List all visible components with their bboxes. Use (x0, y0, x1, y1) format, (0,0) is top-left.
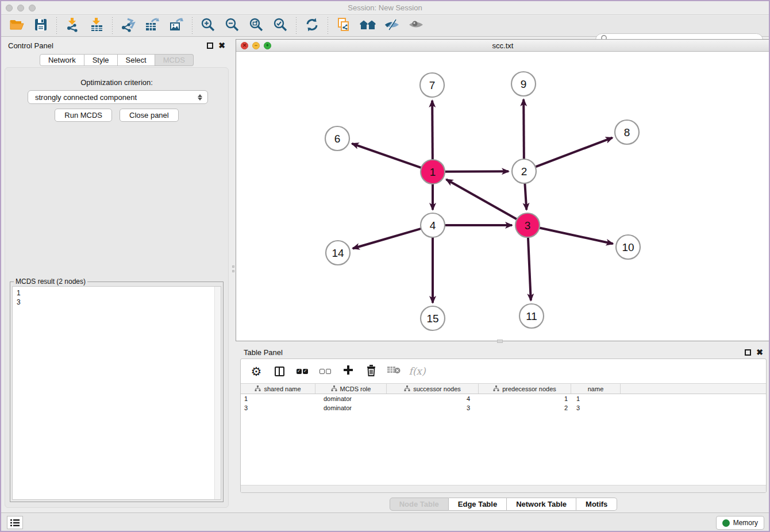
stepper-icon (194, 91, 206, 103)
result-scrollbar[interactable] (214, 287, 221, 499)
application-window: Session: New Session (0, 0, 770, 532)
selected-criterion: strongly connected component (35, 93, 194, 102)
show-all-button[interactable] (406, 17, 426, 35)
gear-icon: ⚙ (251, 365, 262, 377)
duplicate-network-button[interactable] (334, 17, 353, 35)
export-table-icon (145, 17, 160, 34)
tab-select[interactable]: Select (118, 54, 155, 66)
column-header-name[interactable]: name (571, 384, 621, 394)
network-canvas[interactable]: 7968124314101511 (236, 52, 769, 341)
zoom-selected-icon (273, 17, 288, 34)
main-toolbar (1, 16, 769, 37)
zoom-in-button[interactable] (198, 17, 218, 35)
graph-edge-1-7[interactable] (432, 101, 433, 160)
delete-table-button[interactable] (387, 364, 402, 379)
tab-style[interactable]: Style (84, 54, 118, 66)
tab-edge-table[interactable]: Edge Table (449, 498, 507, 511)
network-window-titlebar[interactable]: ✕ − + scc.txt (236, 40, 769, 52)
table-row[interactable]: 3 dominator 3 2 3 (241, 403, 766, 413)
mcds-result-box: MCDS result (2 nodes) 1 3 (10, 282, 224, 502)
graph-node-label-4: 4 (430, 219, 436, 232)
houses-icon (359, 17, 376, 34)
float-table-panel-icon[interactable] (745, 349, 751, 356)
graph-edge-1-2[interactable] (444, 171, 509, 172)
close-panel-button[interactable]: Close panel (120, 109, 179, 122)
vertical-splitter-handle[interactable] (232, 265, 235, 278)
add-column-button[interactable] (341, 364, 356, 379)
graph-edge-2-9[interactable] (523, 99, 524, 160)
graph-edge-4-14[interactable] (353, 229, 422, 249)
table-panel: Table Panel ✖ ⚙ f(x) (236, 344, 770, 512)
import-network-button[interactable] (63, 17, 82, 35)
export-network-button[interactable] (118, 17, 138, 35)
export-image-button[interactable] (167, 17, 186, 35)
task-history-button[interactable] (7, 516, 23, 529)
network-file-title: scc.txt (236, 41, 769, 50)
horizontal-splitter-handle[interactable] (497, 340, 503, 343)
import-network-icon (65, 17, 80, 34)
float-panel-icon[interactable] (207, 43, 213, 49)
memory-label: Memory (733, 519, 758, 527)
control-panel: Control Panel ✖ Network Style Select MCD… (1, 37, 232, 512)
graph-node-label-2: 2 (521, 165, 528, 178)
node-table: ⚙ f(x) shared name (240, 358, 767, 493)
optimization-criterion-select[interactable]: strongly connected component (28, 90, 208, 104)
graph-node-label-15: 15 (426, 313, 438, 325)
zoom-fit-button[interactable] (247, 17, 266, 35)
first-neighbors-button[interactable] (358, 17, 378, 35)
run-mcds-button[interactable]: Run MCDS (55, 109, 112, 122)
deselect-all-button[interactable] (318, 364, 333, 379)
close-panel-icon[interactable]: ✖ (218, 43, 225, 49)
tab-mcds[interactable]: MCDS (155, 54, 194, 66)
table-horizontal-scrollbar[interactable] (241, 485, 766, 492)
zoom-selected-button[interactable] (271, 17, 290, 35)
graph-edge-3-11[interactable] (528, 237, 531, 300)
mcds-result-text[interactable]: 1 3 (12, 286, 221, 500)
delete-table-icon (387, 365, 401, 377)
zoom-out-button[interactable] (222, 17, 242, 35)
tab-network[interactable]: Network (40, 54, 84, 66)
graph-edge-2-3[interactable] (525, 183, 526, 210)
graph-edge-1-6[interactable] (352, 144, 422, 168)
save-session-button[interactable] (31, 17, 51, 35)
hierarchy-icon (331, 385, 337, 392)
graph-node-label-10: 10 (622, 241, 634, 253)
tab-network-table[interactable]: Network Table (507, 498, 576, 511)
split-panel-button[interactable] (272, 364, 287, 379)
export-table-button[interactable] (143, 17, 162, 35)
graph-node-label-8: 8 (624, 126, 630, 138)
delete-column-button[interactable] (364, 364, 379, 379)
import-table-button[interactable] (87, 17, 106, 35)
memory-button[interactable]: Memory (716, 516, 764, 530)
column-header-shared-name[interactable]: shared name (241, 384, 315, 394)
tab-node-table[interactable]: Node Table (390, 498, 449, 511)
table-header-row: shared name MCDS role successor nodes pr… (241, 383, 766, 394)
plus-icon (342, 364, 354, 378)
apply-function-button[interactable]: f(x) (410, 364, 425, 379)
memory-status-icon (722, 519, 730, 527)
table-body: 1 dominator 4 1 1 3 dominator 3 2 3 (241, 394, 766, 413)
control-panel-tabs: Network Style Select MCDS (1, 54, 232, 66)
graph-edge-3-1[interactable] (446, 179, 518, 219)
select-all-icon (297, 369, 308, 374)
tab-motifs[interactable]: Motifs (576, 498, 617, 511)
column-header-mcds-role[interactable]: MCDS role (315, 384, 387, 394)
table-options-button[interactable]: ⚙ (249, 364, 264, 379)
column-header-predecessor-nodes[interactable]: predecessor nodes (479, 384, 571, 394)
duplicate-network-icon (336, 17, 351, 34)
refresh-button[interactable] (302, 17, 322, 35)
table-row[interactable]: 1 dominator 4 1 1 (241, 394, 766, 403)
result-line: 1 (17, 288, 221, 298)
control-panel-title: Control Panel (8, 41, 207, 50)
mcds-panel: Optimization criterion: strongly connect… (5, 67, 229, 508)
function-icon: f(x) (409, 365, 425, 377)
hide-selected-button[interactable] (382, 17, 402, 35)
close-table-panel-icon[interactable]: ✖ (756, 349, 763, 356)
zoom-fit-icon (249, 17, 264, 34)
column-header-successor-nodes[interactable]: successor nodes (387, 384, 479, 394)
graph-edge-2-8[interactable] (535, 138, 613, 167)
graph-edge-3-10[interactable] (539, 228, 613, 244)
open-session-button[interactable] (7, 17, 26, 35)
table-toolbar: ⚙ f(x) (241, 359, 766, 383)
select-all-button[interactable] (295, 364, 310, 379)
